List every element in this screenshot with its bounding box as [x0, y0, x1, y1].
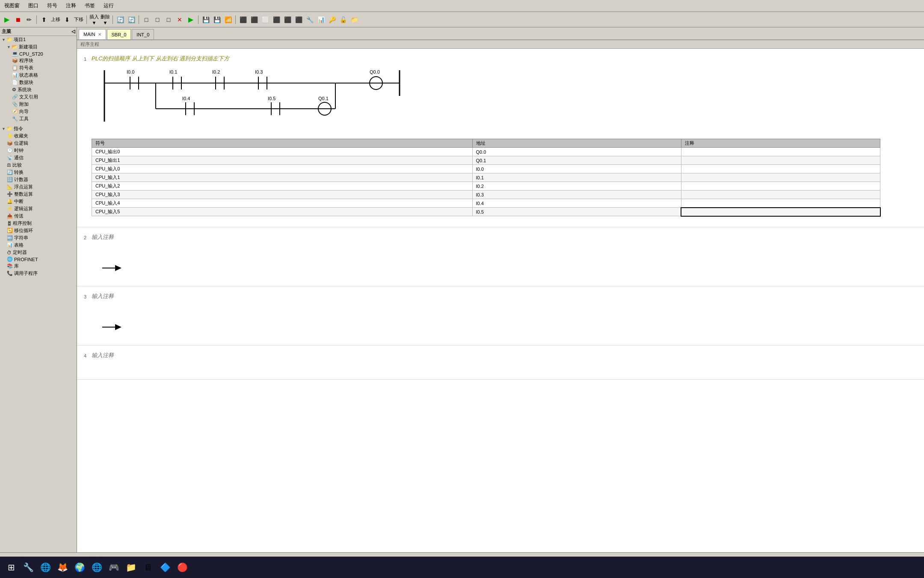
tree-clock[interactable]: 🕐 时钟 [0, 147, 77, 154]
tree-progblock[interactable]: 📦 程序块 [0, 57, 77, 64]
taskbar-icon-10[interactable]: 🔴 [175, 560, 190, 575]
timer-icon: ⏱ [7, 250, 12, 255]
taskbar-icon-7[interactable]: 📁 [123, 560, 139, 575]
tree-callsub[interactable]: 📞 调用子程序 [0, 270, 77, 277]
svg-text:Q0.1: Q0.1 [318, 96, 329, 101]
move-up-button[interactable]: ⬆ [39, 15, 49, 25]
tree-tools[interactable]: 🔧 工具 [0, 115, 77, 122]
tab-int0[interactable]: INT_0 [132, 29, 154, 39]
tree-arrow: ▼ [2, 38, 6, 42]
tbx1[interactable]: ⬛ [238, 15, 248, 25]
sidebar-collapse-btn[interactable]: ◁ [71, 29, 75, 34]
editor-panel: MAIN ✕ SBR_0 INT_0 程序主程 1 PLC的扫描顺序 从上到下 … [77, 27, 924, 552]
tree-convert[interactable]: 🔄 转换 [0, 169, 77, 176]
taskbar-icon-2[interactable]: 🌐 [38, 560, 53, 575]
btn2[interactable]: □ [152, 15, 163, 25]
tbx9[interactable]: 🔑 [327, 15, 337, 25]
separator4 [139, 15, 139, 24]
btn-green[interactable]: ▶ [186, 15, 196, 25]
save1[interactable]: 💾 [201, 15, 211, 25]
taskbar-icon-4[interactable]: 🌍 [72, 560, 87, 575]
tree-label-32: 调用子程序 [14, 270, 38, 277]
taskbar-icon-6[interactable]: 🎮 [106, 560, 121, 575]
taskbar-icon-9[interactable]: 🔷 [157, 560, 173, 575]
delete-button[interactable]: 删除▼ [100, 15, 110, 25]
tree-label-3: 程序块 [19, 57, 33, 64]
tree-attach[interactable]: 📎 附加 [0, 101, 77, 108]
tab-sbr0[interactable]: SBR_0 [107, 29, 131, 39]
btn1[interactable]: □ [141, 15, 151, 25]
stop-button[interactable]: ⏹ [13, 15, 23, 25]
tree-string[interactable]: 🔤 字符串 [0, 234, 77, 241]
tbx2[interactable]: ⬛ [249, 15, 259, 25]
sym-cell-comment [681, 199, 880, 208]
tree-wizard[interactable]: 🧭 向导 [0, 108, 77, 115]
datablock-icon: 📄 [12, 80, 18, 85]
tab-main-close[interactable]: ✕ [98, 32, 101, 37]
tbx6[interactable]: ⬛ [293, 15, 304, 25]
tab-main[interactable]: MAIN ✕ [79, 29, 106, 39]
tree-lib[interactable]: 📚 库 [0, 262, 77, 270]
tbx5[interactable]: ⬛ [282, 15, 293, 25]
crossref-icon: 🔗 [12, 94, 18, 100]
compile-button[interactable]: 🔄 [115, 15, 125, 25]
tree-progctl[interactable]: 🎛 程序控制 [0, 220, 77, 227]
tbx7[interactable]: 🔧 [305, 15, 315, 25]
taskbar-icon-5[interactable]: 🌐 [89, 560, 104, 575]
tree-logic[interactable]: ⚡ 逻辑运算 [0, 205, 77, 212]
insert-button[interactable]: 插入▼ [89, 15, 99, 25]
tree-table[interactable]: 📊 表格 [0, 241, 77, 249]
tree-compare[interactable]: ⚖ 比较 [0, 161, 77, 169]
tree-bitlogic[interactable]: 📦 位逻辑 [0, 140, 77, 147]
menu-run[interactable]: 运行 [99, 1, 118, 11]
tree-interrupt[interactable]: 🔔 中断 [0, 198, 77, 205]
tbx3[interactable]: ⬜ [260, 15, 270, 25]
taskbar-start[interactable]: ⊞ [3, 560, 19, 575]
edit-button[interactable]: ✏ [24, 15, 34, 25]
tree-symtable[interactable]: 📋 符号表 [0, 64, 77, 72]
tree-instruction[interactable]: ▼ 📁 指令 [0, 125, 77, 132]
tree-transfer[interactable]: 📤 传送 [0, 212, 77, 220]
tree-cpu[interactable]: 💻 CPU_ST20 [0, 51, 77, 57]
tbx8[interactable]: 📊 [316, 15, 326, 25]
tbx4[interactable]: ⬛ [271, 15, 281, 25]
tree-crossref[interactable]: 🔗 文又引用 [0, 93, 77, 101]
tree-shift[interactable]: 🔁 移位循环 [0, 227, 77, 234]
clock-icon: 🕐 [7, 148, 13, 153]
tree-newproject[interactable]: ▼ 📂 新建项目 [0, 43, 77, 51]
move-down-button[interactable]: ⬇ [62, 15, 72, 25]
taskbar-icon-1[interactable]: 🔧 [21, 560, 36, 575]
tree-int[interactable]: ➕ 整数运算 [0, 191, 77, 198]
menu-window[interactable]: 图口 [24, 1, 43, 11]
net-btn[interactable]: 📶 [223, 15, 233, 25]
tree-comms[interactable]: 📡 通信 [0, 154, 77, 161]
menu-bookmark[interactable]: 书签 [80, 1, 99, 11]
menu-comment[interactable]: 注释 [62, 1, 80, 11]
tree-statustable[interactable]: 📊 状态表格 [0, 72, 77, 79]
convert-icon: 🔄 [7, 170, 13, 175]
menu-view[interactable]: 视图窗 [0, 1, 24, 11]
editor-area[interactable]: 1 PLC的扫描顺序 从上到下 从左到右 遇到分支扫描左下方 [77, 49, 924, 552]
tree-timer[interactable]: ⏱ 定时器 [0, 249, 77, 256]
ladder-diagram-1: I0.0 I0.1 I0.2 [92, 66, 412, 134]
tbx10[interactable]: 🔓 [338, 15, 348, 25]
run-button[interactable]: ▶ [2, 15, 12, 25]
btn-red[interactable]: ✕ [175, 15, 185, 25]
btn3[interactable]: □ [163, 15, 174, 25]
tree-root[interactable]: ▼ 📁 项目1 [0, 36, 77, 43]
taskbar-icon-3[interactable]: 🦊 [55, 560, 70, 575]
tree-sysblock[interactable]: ⚙ 系统块 [0, 86, 77, 93]
menu-symbol[interactable]: 符号 [43, 1, 62, 11]
download-button[interactable]: 🔄 [126, 15, 136, 25]
tree-arrow-instr: ▼ [2, 127, 6, 131]
tbx11[interactable]: 📁 [349, 15, 359, 25]
sym-row: CPU_输出1Q0.1 [92, 156, 880, 165]
taskbar-icon-8[interactable]: 🖥 [140, 560, 156, 575]
tree-float[interactable]: 📐 浮点运算 [0, 183, 77, 191]
tree-counter[interactable]: 🔢 计数器 [0, 176, 77, 183]
shift-icon: 🔁 [7, 228, 13, 233]
tree-profinet[interactable]: 🌐 PROFINET [0, 256, 77, 262]
save2[interactable]: 💾 [212, 15, 222, 25]
tree-fav[interactable]: ⭐ 收藏夹 [0, 132, 77, 140]
tree-datablock[interactable]: 📄 数据块 [0, 79, 77, 86]
